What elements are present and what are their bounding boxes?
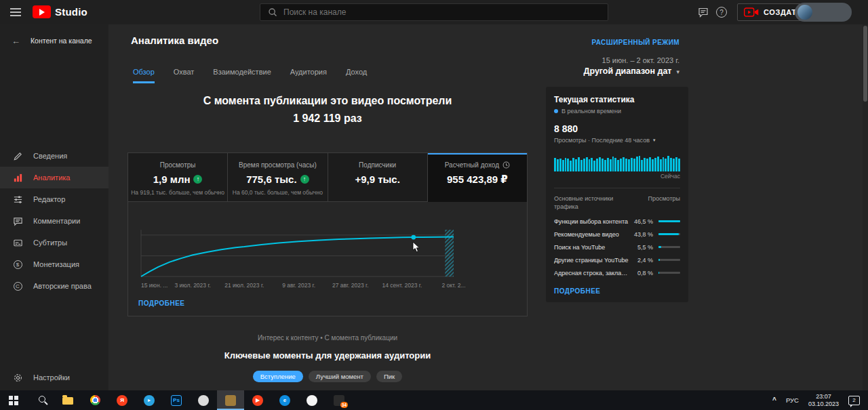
- taskbar-start-button[interactable]: [0, 390, 27, 410]
- tab-audience[interactable]: Аудитория: [290, 68, 327, 83]
- see-more-link[interactable]: ПОДРОБНЕЕ: [138, 300, 185, 307]
- taskbar-paw-app[interactable]: [298, 390, 326, 410]
- chrome-icon: [90, 395, 100, 405]
- notification-center-icon[interactable]: 2: [848, 396, 860, 405]
- chip-intro[interactable]: Вступление: [253, 371, 303, 382]
- realtime-bar: [646, 159, 648, 171]
- sidebar-item-comments[interactable]: Комментарии: [0, 210, 108, 232]
- paw-app-icon: [307, 395, 317, 406]
- back-arrow-icon: ←: [12, 36, 20, 46]
- sidebar-item-label: Субтитры: [33, 239, 67, 247]
- realtime-bar-chart[interactable]: [554, 150, 680, 171]
- advanced-mode-link[interactable]: РАСШИРЕННЫЙ РЕЖИМ: [475, 39, 679, 46]
- engagement-title: Ключевые моменты для удержания аудитории: [127, 350, 528, 361]
- editor-icon: [12, 194, 23, 205]
- gear-icon: [12, 372, 23, 383]
- traffic-source-value: 0,8 %: [633, 270, 653, 276]
- sidebar-item-copyright[interactable]: C Авторские права: [0, 275, 108, 297]
- sidebar-item-details[interactable]: Сведения: [0, 145, 108, 167]
- sidebar-item-monetization[interactable]: $ Монетизация: [0, 253, 108, 275]
- metric-card-revenue[interactable]: Расчетный доход 955 423,89 ₽↑: [428, 153, 527, 202]
- taskbar-photoshop[interactable]: Ps: [163, 390, 190, 410]
- language-indicator[interactable]: РУС: [786, 396, 799, 404]
- taskbar-yandex-browser[interactable]: Я: [108, 390, 136, 410]
- x-axis-tick-label: 21 июл. 2023 г.: [224, 282, 264, 289]
- profile-pill[interactable]: [795, 3, 852, 22]
- tab-engagement[interactable]: Взаимодействие: [213, 68, 271, 83]
- realtime-bar: [623, 157, 625, 171]
- search-input[interactable]: [283, 7, 608, 17]
- realtime-bar: [660, 159, 662, 171]
- revenue-line-chart[interactable]: 15 июн. ...3 июл. 2023 г.21 июл. 2023 г.…: [128, 202, 527, 316]
- taskbar-chrome[interactable]: [81, 390, 108, 410]
- traffic-source-row[interactable]: Адресная строка, закладк...0,8 %: [554, 266, 680, 279]
- metric-value: 955 423,89 ₽: [447, 173, 508, 186]
- pinned-app-icon: [198, 395, 209, 406]
- metric-sub: На 919,1 тыс. больше, чем обычно: [128, 189, 227, 196]
- x-axis-tick-label: 27 авг. 2023 г.: [332, 282, 369, 289]
- trend-up-icon: ↑: [193, 175, 202, 184]
- copyright-icon: C: [12, 281, 23, 291]
- realtime-bar: [578, 157, 580, 171]
- taskbar-pinned-app[interactable]: [190, 390, 217, 410]
- traffic-source-row[interactable]: Функции выбора контента46,5 %: [554, 215, 680, 228]
- metric-card-views[interactable]: Просмотры 1,9 млн↑ На 919,1 тыс. больше,…: [128, 153, 228, 202]
- vertical-scrollbar[interactable]: [863, 24, 868, 390]
- realtime-bar: [586, 157, 588, 171]
- x-axis-tick-label: 2 окт. 2...: [441, 282, 465, 289]
- realtime-bar: [580, 160, 583, 171]
- sidebar-item-editor[interactable]: Редактор: [0, 188, 108, 210]
- tray-chevron-up-icon[interactable]: ^: [772, 396, 776, 404]
- mail-app-icon: 34: [334, 395, 344, 406]
- tab-overview[interactable]: Обзор: [133, 68, 155, 83]
- camera-icon: [744, 7, 759, 17]
- taskbar-yandex-start[interactable]: ▶: [244, 390, 271, 410]
- traffic-source-value: 46,5 %: [633, 218, 653, 225]
- sidebar-item-settings[interactable]: Настройки: [0, 367, 108, 388]
- realtime-bar: [620, 159, 622, 171]
- sidebar-item-analytics[interactable]: Аналитика: [0, 167, 108, 188]
- sidebar-item-label: Настройки: [33, 373, 70, 382]
- realtime-bar: [667, 156, 669, 171]
- channel-search[interactable]: [260, 3, 608, 21]
- taskbar-clock[interactable]: 23:07 03.10.2023: [808, 393, 839, 407]
- hamburger-menu-button[interactable]: [7, 4, 24, 20]
- traffic-source-label: Другие страницы YouTube: [554, 257, 633, 264]
- live-dot-icon: [554, 109, 558, 113]
- taskbar-taskbar-search[interactable]: [27, 390, 54, 410]
- traffic-sources-list: Функции выбора контента46,5 %Рекомендуем…: [554, 215, 680, 279]
- date-range-picker[interactable]: Другой диапазон дат▾: [475, 66, 679, 76]
- chip-peak[interactable]: Пик: [376, 371, 402, 382]
- overview-card: Просмотры 1,9 млн↑ На 919,1 тыс. больше,…: [127, 152, 528, 316]
- tab-reach[interactable]: Охват: [174, 68, 195, 83]
- traffic-source-row[interactable]: Поиск на YouTube5,5 %: [554, 241, 680, 253]
- realtime-bar: [575, 159, 577, 171]
- photoshop-icon: Ps: [171, 395, 182, 406]
- edge-icon: e: [279, 395, 290, 406]
- metric-card-subscribers[interactable]: Подписчики +9,9 тыс.↑: [328, 153, 428, 202]
- taskbar-active-app[interactable]: [217, 390, 244, 410]
- tab-revenue[interactable]: Доход: [346, 68, 367, 83]
- sidebar-item-subtitles[interactable]: Субтитры: [0, 232, 108, 253]
- traffic-source-value: 5,5 %: [633, 244, 653, 251]
- scrollbar-thumb[interactable]: [863, 26, 867, 102]
- start-button-icon: [9, 396, 18, 405]
- taskbar-mail-app[interactable]: 34: [326, 390, 353, 410]
- youtube-studio-logo[interactable]: Studio: [33, 5, 87, 18]
- taskbar-file-explorer[interactable]: [54, 390, 81, 410]
- metric-card-watchtime[interactable]: Время просмотра (часы) 775,6 тыс.↑ На 60…: [228, 153, 328, 202]
- help-icon[interactable]: ?: [716, 7, 727, 18]
- chip-best-moment[interactable]: Лучший момент: [309, 371, 371, 382]
- taskbar-telegram[interactable]: ▸: [136, 390, 163, 410]
- windows-taskbar: Я▸Ps▶e34 ^ РУС 23:07 03.10.2023 2: [0, 390, 868, 410]
- realtime-bar: [583, 159, 585, 171]
- realtime-views-caption[interactable]: Просмотры · Последние 48 часов▾: [554, 137, 680, 144]
- system-tray: ^ РУС 23:07 03.10.2023 2: [772, 390, 868, 410]
- back-to-channel-content[interactable]: ← Контент на канале: [0, 33, 108, 49]
- taskbar-edge[interactable]: e: [271, 390, 298, 410]
- realtime-bar: [589, 159, 591, 171]
- feedback-icon[interactable]: [698, 7, 709, 18]
- traffic-source-row[interactable]: Рекомендуемые видео43,8 %: [554, 228, 680, 241]
- traffic-source-row[interactable]: Другие страницы YouTube2,4 %: [554, 253, 680, 266]
- realtime-see-more-link[interactable]: ПОДРОБНЕЕ: [554, 287, 680, 295]
